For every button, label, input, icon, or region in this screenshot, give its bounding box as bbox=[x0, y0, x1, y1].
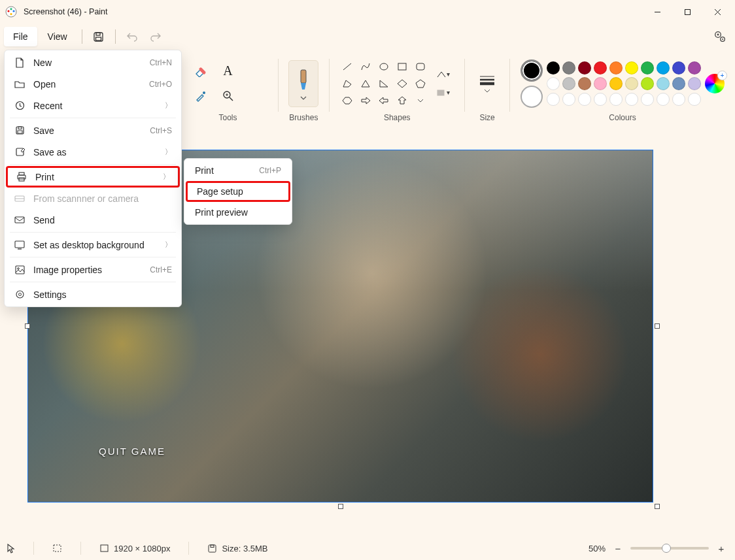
resize-handle-w[interactable] bbox=[25, 323, 30, 329]
svg-point-3 bbox=[12, 10, 14, 12]
shapes-grid[interactable] bbox=[340, 60, 428, 107]
submenu-print[interactable]: PrintCtrl+P bbox=[186, 160, 290, 181]
colour-swatch[interactable] bbox=[609, 61, 623, 74]
svg-point-52 bbox=[18, 293, 21, 296]
size-dropdown[interactable] bbox=[475, 66, 499, 101]
shape-more[interactable] bbox=[413, 94, 428, 107]
colour-swatch[interactable] bbox=[641, 61, 654, 74]
colour-swatch-empty[interactable] bbox=[547, 93, 560, 106]
maximize-button[interactable] bbox=[672, 1, 702, 22]
undo-button[interactable] bbox=[121, 27, 143, 46]
colour-swatch[interactable] bbox=[688, 61, 701, 74]
resize-handle-e[interactable] bbox=[655, 323, 660, 329]
colour-swatch[interactable] bbox=[625, 61, 638, 74]
menu-item-image-props[interactable]: Image propertiesCtrl+E bbox=[6, 259, 180, 280]
colour-swatch[interactable] bbox=[657, 61, 670, 74]
app-settings-button[interactable] bbox=[709, 27, 731, 46]
colour-swatch[interactable] bbox=[562, 77, 575, 90]
shape-arrowr[interactable] bbox=[358, 94, 373, 107]
colour-swatch-empty[interactable] bbox=[641, 93, 654, 106]
colour-swatch[interactable] bbox=[672, 77, 685, 90]
colour-picker-tool[interactable] bbox=[189, 86, 213, 107]
colours-label: Colours bbox=[609, 112, 636, 125]
save-as-icon bbox=[14, 147, 26, 157]
svg-marker-28 bbox=[380, 80, 388, 87]
tools-label: Tools bbox=[218, 112, 237, 125]
colour-swatch-empty[interactable] bbox=[625, 93, 638, 106]
colour-swatch[interactable] bbox=[562, 61, 575, 74]
shape-curve[interactable] bbox=[358, 60, 373, 73]
menu-item-settings[interactable]: Settings bbox=[6, 284, 180, 305]
colour-1[interactable] bbox=[521, 59, 543, 82]
shape-rrect[interactable] bbox=[413, 60, 428, 73]
colour-swatch-empty[interactable] bbox=[657, 93, 670, 106]
resize-handle-s[interactable] bbox=[338, 504, 343, 509]
menu-item-desktop-bg[interactable]: Set as desktop background〉 bbox=[6, 234, 180, 255]
shape-fill-dropdown[interactable]: ▾ bbox=[432, 86, 454, 100]
menu-item-recent[interactable]: Recent〉 bbox=[6, 95, 180, 116]
resize-handle-se[interactable] bbox=[655, 504, 660, 509]
menu-view[interactable]: View bbox=[39, 27, 77, 46]
save-quick-button[interactable] bbox=[88, 27, 110, 46]
save-icon bbox=[14, 125, 26, 135]
svg-rect-21 bbox=[301, 70, 306, 83]
menu-file[interactable]: File bbox=[4, 27, 37, 46]
svg-rect-47 bbox=[15, 241, 24, 248]
colour-swatch[interactable] bbox=[578, 77, 591, 90]
colour-swatch[interactable] bbox=[594, 77, 607, 90]
brushes-dropdown[interactable] bbox=[288, 60, 318, 107]
shape-line[interactable] bbox=[340, 60, 354, 73]
shape-hex[interactable] bbox=[340, 94, 354, 107]
colour-swatch[interactable] bbox=[657, 77, 670, 90]
colour-swatch-empty[interactable] bbox=[688, 93, 701, 106]
colour-swatch[interactable] bbox=[688, 77, 701, 90]
colour-swatch[interactable] bbox=[625, 77, 638, 90]
svg-rect-54 bbox=[101, 545, 108, 552]
shape-oval[interactable] bbox=[377, 60, 391, 73]
zoom-out-button[interactable]: − bbox=[611, 541, 625, 555]
menu-item-open[interactable]: OpenCtrl+O bbox=[6, 73, 180, 95]
magnifier-tool[interactable] bbox=[216, 86, 240, 107]
cursor-tool-indicator bbox=[7, 544, 15, 553]
redo-button[interactable] bbox=[145, 27, 167, 46]
document-icon bbox=[14, 58, 26, 68]
shape-rect[interactable] bbox=[395, 60, 409, 73]
colour-swatch-empty[interactable] bbox=[578, 93, 591, 106]
shape-rtri[interactable] bbox=[377, 77, 391, 90]
text-tool[interactable]: A bbox=[216, 61, 240, 82]
colour-swatch[interactable] bbox=[641, 77, 654, 90]
colour-2[interactable] bbox=[521, 86, 543, 108]
eraser-tool[interactable] bbox=[189, 61, 213, 82]
colour-swatch[interactable] bbox=[547, 61, 560, 74]
colour-swatch[interactable] bbox=[578, 61, 591, 74]
menu-item-save[interactable]: SaveCtrl+S bbox=[6, 120, 180, 141]
colour-swatch-empty[interactable] bbox=[672, 93, 685, 106]
zoom-slider[interactable] bbox=[630, 547, 709, 550]
edit-colours-button[interactable] bbox=[705, 74, 725, 93]
colour-swatch[interactable] bbox=[672, 61, 685, 74]
shape-outline-dropdown[interactable]: ▾ bbox=[432, 67, 454, 82]
colour-swatch-empty[interactable] bbox=[562, 93, 575, 106]
ribbon-brushes-group: Brushes bbox=[283, 52, 324, 127]
menu-item-save-as[interactable]: Save as〉 bbox=[6, 141, 180, 163]
shape-poly[interactable] bbox=[340, 77, 354, 90]
submenu-print-preview[interactable]: Print preview bbox=[186, 202, 290, 223]
colour-swatch[interactable] bbox=[594, 61, 607, 74]
menu-item-send[interactable]: Send bbox=[6, 209, 180, 231]
colour-swatch[interactable] bbox=[609, 77, 623, 90]
shape-pent[interactable] bbox=[413, 77, 428, 90]
menu-item-print[interactable]: Print〉 bbox=[6, 166, 180, 188]
menu-item-new[interactable]: NewCtrl+N bbox=[6, 52, 180, 73]
shape-tri[interactable] bbox=[358, 77, 373, 90]
zoom-in-button[interactable]: + bbox=[714, 541, 728, 555]
submenu-page-setup[interactable]: Page setup bbox=[186, 181, 290, 202]
colour-swatch[interactable] bbox=[547, 77, 560, 90]
close-button[interactable] bbox=[702, 1, 732, 22]
minimize-button[interactable] bbox=[642, 1, 672, 22]
shape-arrowl[interactable] bbox=[377, 94, 391, 107]
colour-swatch-empty[interactable] bbox=[594, 93, 607, 106]
colour-swatch-empty[interactable] bbox=[609, 93, 623, 106]
shape-arrowu[interactable] bbox=[395, 94, 409, 107]
shape-diamond[interactable] bbox=[395, 77, 409, 90]
zoom-thumb[interactable] bbox=[662, 544, 671, 553]
